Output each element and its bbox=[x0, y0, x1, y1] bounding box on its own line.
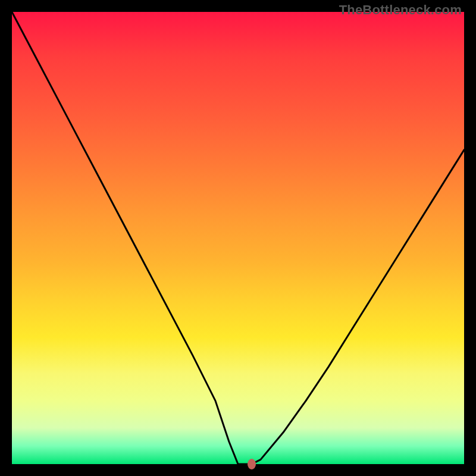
chart-frame: TheBottleneck.com bbox=[0, 0, 476, 476]
bottleneck-curve bbox=[12, 12, 464, 464]
optimal-point-marker bbox=[248, 459, 256, 469]
watermark-text: TheBottleneck.com bbox=[339, 2, 462, 18]
plot-area bbox=[12, 12, 464, 464]
